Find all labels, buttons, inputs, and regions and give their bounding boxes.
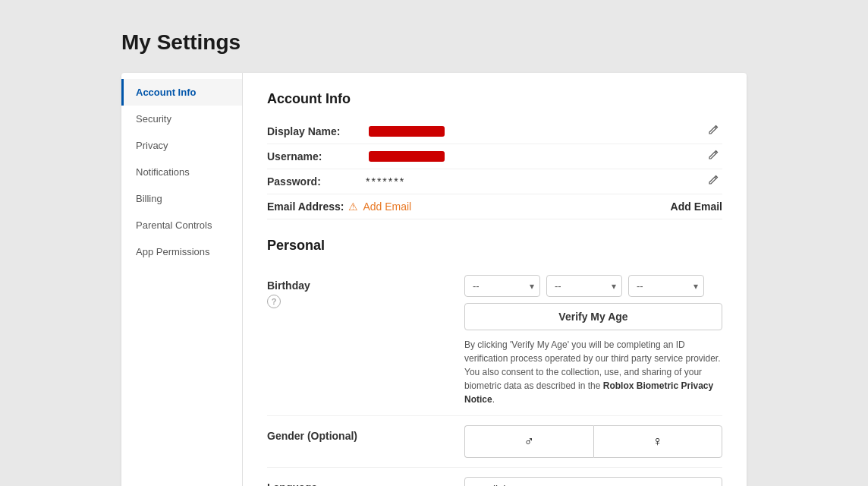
display-name-value <box>369 126 445 137</box>
birthday-day-select[interactable]: -- <box>546 275 622 297</box>
email-row: Email Address: ⚠ Add Email Add Email <box>267 194 722 219</box>
language-select[interactable]: English Spanish French German Portuguese <box>464 477 722 486</box>
verify-description: By clicking 'Verify My Age' you will be … <box>464 338 722 406</box>
gender-female-button[interactable]: ♀ <box>593 425 723 458</box>
birthday-month-select[interactable]: -- JanuaryFebruaryMarch AprilMayJune Jul… <box>464 275 540 297</box>
sidebar: Account Info Security Privacy Notificati… <box>121 73 243 486</box>
birthday-selects: -- JanuaryFebruaryMarch AprilMayJune Jul… <box>464 275 722 297</box>
password-value: ******* <box>366 175 405 188</box>
gender-controls: ♂ ♀ <box>464 425 722 458</box>
sidebar-item-parental-controls[interactable]: Parental Controls <box>121 212 242 238</box>
birthday-controls: -- JanuaryFebruaryMarch AprilMayJune Jul… <box>464 275 722 406</box>
email-left: Email Address: ⚠ Add Email <box>267 200 411 213</box>
password-row: Password: ******* <box>267 169 722 194</box>
birthday-help-icon[interactable]: ? <box>267 295 281 308</box>
username-value <box>369 151 445 162</box>
birthday-year-select[interactable]: -- <box>628 275 704 297</box>
password-label: Password: <box>267 175 366 188</box>
main-content: Account Info Display Name: Username: <box>243 73 747 486</box>
sidebar-item-privacy[interactable]: Privacy <box>121 132 242 159</box>
settings-panel: Account Info Security Privacy Notificati… <box>121 73 747 486</box>
sidebar-item-billing[interactable]: Billing <box>121 185 242 212</box>
verify-age-button[interactable]: Verify My Age <box>464 303 722 330</box>
display-name-label: Display Name: <box>267 125 366 137</box>
month-select-wrapper: -- JanuaryFebruaryMarch AprilMayJune Jul… <box>464 275 540 297</box>
day-select-wrapper: -- <box>546 275 622 297</box>
add-email-link[interactable]: Add Email <box>363 200 411 213</box>
sidebar-item-security[interactable]: Security <box>121 106 242 132</box>
edit-password-button[interactable] <box>704 171 722 192</box>
email-label: Email Address: <box>267 200 344 213</box>
edit-username-button[interactable] <box>704 146 722 167</box>
personal-title: Personal <box>267 238 722 254</box>
gender-label: Gender (Optional) <box>267 425 464 442</box>
language-label: Language <box>267 477 464 486</box>
birthday-label: Birthday ? <box>267 275 464 308</box>
language-row: Language English Spanish French German P… <box>267 468 722 486</box>
username-row: Username: <box>267 144 722 169</box>
language-controls: English Spanish French German Portuguese <box>464 477 722 486</box>
warning-icon: ⚠ <box>348 200 358 213</box>
sidebar-item-app-permissions[interactable]: App Permissions <box>121 238 242 265</box>
add-email-button[interactable]: Add Email <box>671 200 722 213</box>
personal-section: Personal Birthday ? -- January <box>267 238 722 486</box>
year-select-wrapper: -- <box>628 275 704 297</box>
gender-buttons: ♂ ♀ <box>464 425 722 458</box>
gender-row: Gender (Optional) ♂ ♀ <box>267 416 722 468</box>
sidebar-item-notifications[interactable]: Notifications <box>121 159 242 185</box>
account-info-title: Account Info <box>267 91 722 107</box>
page-title: My Settings <box>121 30 747 55</box>
username-label: Username: <box>267 150 366 163</box>
birthday-row: Birthday ? -- JanuaryFebruaryMarch April… <box>267 266 722 416</box>
gender-male-button[interactable]: ♂ <box>464 425 593 458</box>
sidebar-item-account-info[interactable]: Account Info <box>121 79 242 106</box>
male-icon: ♂ <box>524 434 535 449</box>
display-name-row: Display Name: <box>267 119 722 144</box>
language-dropdown-wrapper: English Spanish French German Portuguese <box>464 477 722 486</box>
edit-display-name-button[interactable] <box>704 121 722 142</box>
female-icon: ♀ <box>653 434 663 449</box>
